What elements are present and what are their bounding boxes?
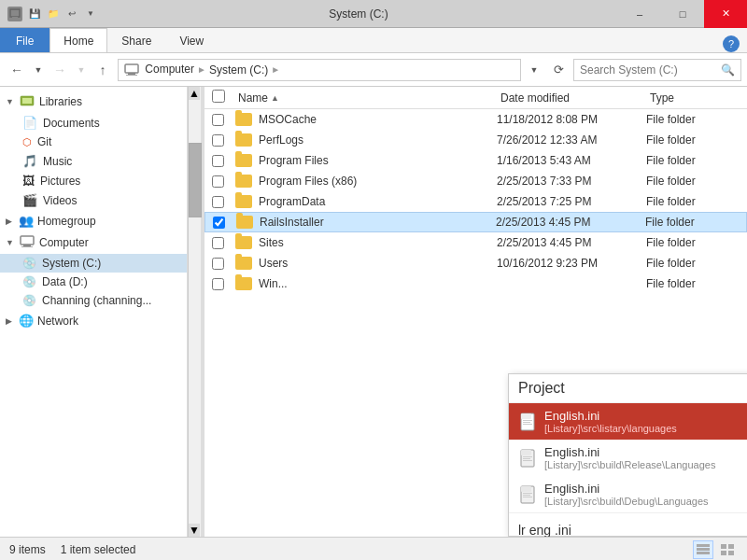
status-bar: 9 items 1 item selected	[0, 537, 747, 560]
table-row[interactable]: Users 10/16/2012 9:23 PM File folder	[204, 253, 747, 273]
select-all-checkbox[interactable]	[212, 90, 225, 103]
sidebar-item-computer[interactable]: ▼ Computer	[0, 231, 187, 254]
row-check[interactable]	[212, 258, 234, 270]
table-row[interactable]: PerfLogs 7/26/2012 12:33 AM File folder	[204, 130, 747, 150]
details-view-btn[interactable]	[693, 540, 713, 559]
folder-icon	[235, 215, 254, 230]
row-check[interactable]	[212, 278, 234, 290]
sidebar-item-videos[interactable]: 🎬 Videos	[0, 190, 187, 210]
popup-search-bar: lr eng .ini ★ ▶ ⚡	[509, 512, 747, 537]
ini-file-icon	[518, 413, 537, 431]
tab-share[interactable]: Share	[107, 28, 165, 52]
row-check[interactable]	[212, 175, 234, 188]
sidebar-item-music[interactable]: 🎵 Music	[0, 151, 187, 171]
header-check[interactable]	[212, 90, 234, 105]
address-path[interactable]: Computer ► System (C:) ►	[118, 59, 521, 81]
maximize-button[interactable]: □	[661, 0, 704, 28]
file-date: 2/25/2013 7:25 PM	[497, 195, 646, 208]
file-date: 7/26/2012 12:33 AM	[497, 133, 646, 147]
sidebar-item-git[interactable]: ⬡ Git	[0, 133, 187, 151]
back-dropdown[interactable]: ▼	[32, 59, 45, 81]
tab-view[interactable]: View	[165, 28, 218, 52]
row-checkbox[interactable]	[212, 196, 224, 208]
help-button[interactable]: ?	[723, 35, 740, 52]
file-list-container: Name ▲ Date modified Type MSOCache 11/18…	[204, 87, 747, 537]
row-checkbox[interactable]	[212, 258, 224, 270]
minimize-button[interactable]: –	[618, 0, 661, 28]
popup-item-name: English.ini	[544, 409, 747, 423]
row-check[interactable]	[212, 196, 234, 208]
file-name: Sites	[259, 236, 497, 249]
file-type: File folder	[646, 133, 740, 147]
close-button[interactable]: ✕	[704, 0, 747, 28]
file-name: Users	[259, 257, 497, 270]
libraries-expand-icon: ▼	[6, 97, 15, 106]
forward-button[interactable]: →	[49, 59, 71, 81]
row-check[interactable]	[212, 114, 234, 126]
svg-rect-25	[697, 544, 710, 547]
row-checkbox[interactable]	[212, 237, 224, 249]
address-dropdown[interactable]: ▼	[525, 59, 543, 81]
row-checkbox[interactable]	[212, 175, 224, 188]
table-row[interactable]: ProgramData 2/25/2013 7:25 PM File folde…	[204, 191, 747, 212]
quick-access-dropdown[interactable]: ▼	[82, 6, 99, 22]
row-checkbox[interactable]	[212, 155, 224, 167]
scroll-up-btn[interactable]: ▲	[189, 87, 200, 100]
row-checkbox[interactable]	[212, 114, 224, 126]
table-row[interactable]: Program Files (x86) 2/25/2013 7:33 PM Fi…	[204, 171, 747, 191]
popup-item[interactable]: English.ini [Listary]\src\build\Debug\La…	[509, 476, 747, 512]
path-system-c[interactable]: System (C:)	[209, 63, 268, 77]
window-title: System (C:)	[99, 7, 618, 21]
popup-item[interactable]: English.ini [Listary]\src\build\Release\…	[509, 440, 747, 476]
sidebar-scrollbar[interactable]: ▲ ▼	[188, 87, 201, 537]
scrollbar-thumb[interactable]	[189, 143, 202, 217]
row-check[interactable]	[212, 134, 234, 147]
folder-quick-btn[interactable]: 📁	[45, 6, 62, 22]
back-button[interactable]: ←	[6, 59, 28, 81]
sidebar-item-channing[interactable]: 💿 Channing (channing...	[0, 291, 187, 310]
column-header-type[interactable]: Type	[646, 91, 740, 105]
table-row[interactable]: Sites 2/25/2013 4:45 PM File folder	[204, 232, 747, 253]
music-icon: 🎵	[22, 154, 37, 168]
table-row[interactable]: RailsInstaller 2/25/2013 4:45 PM File fo…	[204, 212, 747, 232]
sidebar-item-libraries[interactable]: ▼ Libraries	[0, 91, 187, 113]
sidebar-item-pictures[interactable]: 🖼 Pictures	[0, 171, 187, 190]
row-checkbox[interactable]	[213, 217, 225, 229]
column-header-date[interactable]: Date modified	[497, 91, 646, 105]
folder-icon	[234, 112, 253, 127]
popup-search-text: lr eng .ini	[518, 523, 747, 537]
tiles-view-btn[interactable]	[717, 540, 738, 559]
path-computer[interactable]: Computer	[124, 63, 194, 77]
sidebar-item-data-d[interactable]: 💿 Data (D:)	[0, 273, 187, 291]
row-check[interactable]	[212, 237, 234, 249]
sidebar-item-system-c[interactable]: 💿 System (C:)	[0, 254, 187, 273]
computer-expand-icon: ▼	[6, 238, 15, 247]
row-check[interactable]	[213, 217, 235, 229]
up-button[interactable]: ↑	[92, 59, 114, 81]
computer-label: Computer	[39, 236, 89, 249]
row-check[interactable]	[212, 155, 234, 167]
network-label: Network	[37, 315, 78, 328]
search-icon[interactable]: 🔍	[721, 63, 735, 77]
row-checkbox[interactable]	[212, 134, 224, 147]
app-icon	[7, 7, 22, 21]
scroll-down-btn[interactable]: ▼	[189, 524, 200, 537]
status-info: 9 items 1 item selected	[9, 543, 135, 556]
table-row[interactable]: Win... File folder	[204, 273, 747, 294]
sidebar-item-homegroup[interactable]: ▶ 👥 Homegroup	[0, 210, 187, 231]
refresh-button[interactable]: ⟳	[547, 59, 570, 81]
undo-quick-btn[interactable]: ↩	[63, 6, 80, 22]
popup-item[interactable]: English.ini [Listary]\src\listary\langua…	[509, 403, 747, 440]
save-quick-btn[interactable]: 💾	[26, 6, 43, 22]
file-date: 10/16/2012 9:23 PM	[497, 257, 646, 270]
forward-dropdown[interactable]: ▼	[75, 59, 88, 81]
sidebar-item-documents[interactable]: 📄 Documents	[0, 113, 187, 133]
tab-home[interactable]: Home	[49, 28, 107, 52]
tab-file[interactable]: File	[0, 28, 49, 52]
table-row[interactable]: MSOCache 11/18/2012 8:08 PM File folder	[204, 109, 747, 130]
table-row[interactable]: Program Files 1/16/2013 5:43 AM File fol…	[204, 150, 747, 171]
sidebar-item-network[interactable]: ▶ 🌐 Network	[0, 310, 187, 331]
column-header-name[interactable]: Name ▲	[234, 91, 497, 105]
search-input[interactable]	[580, 63, 721, 77]
row-checkbox[interactable]	[212, 278, 224, 290]
